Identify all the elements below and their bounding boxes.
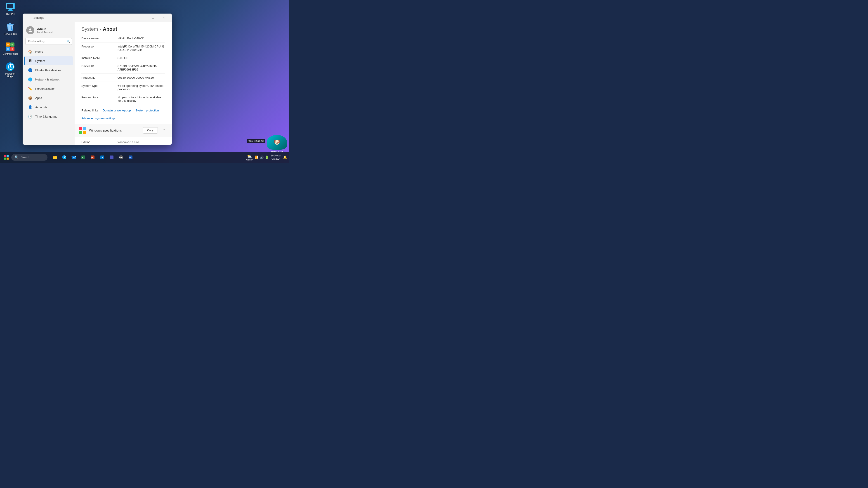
spec-row-system-type: System type 64-bit operating system, x64… [81,82,165,93]
taskbar-office[interactable]: X [79,153,88,162]
sidebar-item-accounts[interactable]: 👤 Accounts [24,102,73,112]
desktop: This PC Recycle Bin [0,0,289,163]
puppy-face: 🐶 [267,135,287,150]
maximize-button[interactable]: □ [148,14,158,21]
battery-tooltip: 93% remaining [247,139,266,143]
close-button[interactable]: ✕ [159,14,169,21]
volume-icon[interactable]: 🔊 [260,155,264,159]
taskbar-teams[interactable]: T [107,153,116,162]
win-logo-q4 [83,131,86,134]
svg-point-13 [7,43,9,45]
desktop-icons: This PC Recycle Bin [2,2,18,78]
breadcrumb-arrow: › [100,27,101,31]
sidebar-item-system[interactable]: 🖥 System [24,56,73,65]
system-icon: 🖥 [28,59,33,63]
advanced-system-link[interactable]: Advanced system settings [81,117,116,120]
battery-icon[interactable]: 🔋 [265,155,269,159]
windows-spec-title: Windows specifications [89,129,140,132]
network-tray-icon[interactable]: 📶 [254,155,258,159]
taskbar-search[interactable]: 🔍 Search [11,154,48,161]
apps-label: Apps [35,96,42,100]
minimize-button[interactable]: – [137,14,147,21]
puppy-logo-container: 🐶 PUPPYLIST [267,135,287,150]
weather-widget[interactable]: ⛅ Cloudy [246,154,252,161]
home-icon: 🏠 [28,49,33,54]
win-logo-q1 [79,127,82,130]
breadcrumb-about: About [103,26,117,32]
svg-rect-38 [119,157,120,157]
sidebar-item-time-language[interactable]: 🕐 Time & language [24,112,73,121]
spec-row-processor: Processor Intel(R) Core(TM) i5-4200M CPU… [81,42,165,54]
svg-point-35 [121,157,122,158]
accounts-icon: 👤 [28,105,33,110]
spec-value-ram: 8.00 GB [118,56,165,60]
control-panel-label: Control Panel [3,53,18,55]
copy-button[interactable]: Copy [143,127,158,133]
taskbar-right: ⛅ Cloudy 📶 🔊 🔋 10:30 AM 7/20/2024 🔔 [246,154,287,161]
domain-link[interactable]: Domain or workgroup [103,109,131,112]
spec-label-product-id: Product ID [81,76,118,79]
bluetooth-icon: 🔵 [28,68,33,72]
home-label: Home [35,50,43,53]
taskbar-powerpoint[interactable]: P [88,153,97,162]
this-pc-icon[interactable]: This PC [2,2,18,16]
svg-text:OL: OL [101,157,103,159]
bluetooth-label: Bluetooth & devices [35,68,61,72]
svg-line-6 [9,26,9,30]
svg-rect-2 [8,9,12,10]
user-text: Admin Local Account [37,27,53,33]
window-controls: – □ ✕ [137,14,169,21]
taskbar-settings-app[interactable] [117,153,126,162]
sidebar-item-bluetooth[interactable]: 🔵 Bluetooth & devices [24,65,73,74]
sidebar-item-network[interactable]: 🌐 Network & internet [24,75,73,84]
win-spec-value-edition: Windows 11 Pro [118,140,139,144]
svg-rect-1 [7,4,13,8]
title-bar: ← Settings – □ ✕ [23,13,172,22]
breadcrumb-system: System [81,26,98,32]
device-specs-table: Device name HP-ProBook-640-G1 Processor … [74,34,172,105]
svg-rect-21 [4,157,6,160]
svg-rect-5 [9,23,11,24]
related-links: Related links Domain or workgroup System… [74,105,172,124]
control-panel-image [5,42,15,52]
windows-spec-table: Edition Windows 11 Pro Version 23H2 Inst… [74,137,172,145]
start-button[interactable] [2,153,10,161]
spec-label-system-type: System type [81,84,118,91]
main-content: System › About Device name HP-ProBook-64… [74,22,172,145]
spec-row-pen-touch: Pen and touch No pen or touch input is a… [81,93,165,105]
spec-label-pen-touch: Pen and touch [81,96,118,102]
svg-rect-22 [6,157,8,160]
spec-value-product-id: 00330-80000-00000-AA820 [118,76,165,79]
search-icon: 🔍 [67,40,70,43]
system-protection-link[interactable]: System protection [135,109,159,112]
datetime-display[interactable]: 10:30 AM 7/20/2024 [271,154,281,160]
svg-text:P: P [91,156,93,159]
taskbar-outlook[interactable]: OL [98,153,107,162]
search-icon-taskbar: 🔍 [14,155,19,160]
svg-point-18 [29,29,31,30]
control-panel-icon[interactable]: Control Panel [2,42,18,55]
sidebar-item-home[interactable]: 🏠 Home [24,47,73,56]
edge-icon[interactable]: Microsoft Edge [2,62,18,78]
sidebar-item-personalization[interactable]: ✏️ Personalization [24,84,73,93]
sidebar-item-apps[interactable]: 📦 Apps [24,93,73,102]
search-input[interactable] [25,38,72,45]
notification-icon[interactable]: 🔔 [283,155,287,159]
spec-value-system-type: 64-bit operating system, x64-based proce… [118,84,165,91]
svg-rect-3 [8,10,13,11]
taskbar-mail[interactable] [69,153,78,162]
taskbar-edge[interactable] [60,153,69,162]
collapse-button[interactable]: ⌃ [161,127,167,133]
time-label: Time & language [35,115,57,118]
recycle-bin-icon[interactable]: Recycle Bin [2,22,18,35]
svg-rect-25 [72,156,76,159]
svg-rect-39 [123,157,123,157]
network-label: Network & internet [35,78,59,81]
this-pc-image [5,2,15,12]
taskbar-word[interactable]: W [126,153,135,162]
search-box: 🔍 [25,38,72,45]
settings-window: ← Settings – □ ✕ [23,13,172,145]
win-spec-label-edition: Edition [81,140,118,144]
taskbar-files[interactable] [50,153,59,162]
back-button[interactable]: ← [25,14,32,21]
